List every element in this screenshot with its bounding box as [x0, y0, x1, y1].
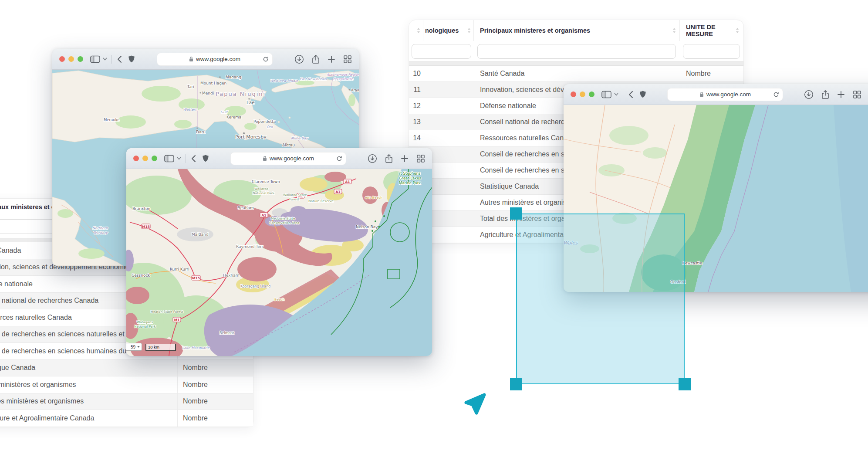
sort-icon[interactable] — [736, 27, 739, 34]
column-header-unit[interactable]: UNITE DE MESURE — [680, 20, 743, 41]
map-label-park: Conservation Area — [269, 221, 299, 225]
zoom-button[interactable] — [589, 91, 594, 97]
row-number-cell: 12 — [409, 102, 423, 110]
table-row[interactable]: Statistique Canada Nombre — [0, 360, 253, 377]
map-label-region: West New Britain — [270, 79, 298, 83]
map-label-park: Heaton State Forest — [151, 310, 183, 314]
map-label-region: Autonomous Region of — [327, 73, 359, 77]
map-label-park: Watagans — [137, 320, 153, 324]
map-label: Tari — [187, 85, 194, 89]
share-icon[interactable] — [821, 90, 829, 99]
privacy-shield-icon[interactable] — [202, 154, 209, 163]
reload-icon[interactable] — [263, 56, 269, 62]
sidebar-icon[interactable] — [601, 91, 611, 98]
map-label: Maitland — [192, 232, 209, 237]
address-bar[interactable]: www.google.com — [157, 53, 273, 66]
sidebar-icon[interactable] — [90, 55, 100, 63]
sidebar-icon[interactable] — [164, 155, 174, 163]
close-button[interactable] — [571, 91, 576, 97]
map-zoom-select[interactable]: 59 — [126, 343, 142, 351]
tab-overview-icon[interactable] — [853, 90, 861, 99]
tab-overview-icon[interactable] — [343, 55, 352, 64]
svg-text:M15: M15 — [192, 276, 200, 280]
zoom-button[interactable] — [78, 56, 83, 62]
share-icon[interactable] — [312, 54, 320, 64]
map-label-park: Wallaroo State — [283, 193, 307, 197]
zoom-button[interactable] — [152, 156, 157, 161]
map-label: Newcastle — [682, 261, 703, 265]
column-header-partial[interactable]: nologiques — [423, 20, 474, 41]
svg-text:M15: M15 — [142, 225, 150, 229]
back-button[interactable] — [191, 155, 196, 163]
address-bar[interactable]: www.google.com — [230, 152, 346, 165]
map-label: Alotau — [282, 143, 295, 147]
table-header-row: nologiques Principaux ministeres et orga… — [409, 20, 743, 41]
reload-icon[interactable] — [773, 91, 779, 98]
map-label-marine-park: Marine Park — [399, 181, 421, 185]
map-label: Mount Hagen — [200, 81, 226, 85]
sort-icon[interactable] — [467, 27, 471, 34]
sort-icon[interactable] — [417, 27, 420, 34]
tab-overview-icon[interactable] — [416, 154, 425, 163]
ministry-name-cell: Agriculture et Agroalimentaire Canada — [0, 410, 178, 427]
chevron-down-icon[interactable] — [177, 157, 181, 160]
downloads-icon[interactable] — [294, 54, 304, 64]
table-row[interactable]: 10 Santé Canada Nombre — [409, 66, 743, 82]
chevron-down-icon[interactable] — [614, 93, 618, 96]
close-button[interactable] — [59, 56, 65, 62]
row-number-cell: 14 — [409, 134, 423, 142]
table-divider-strip — [409, 61, 743, 66]
map-label: Kooragang Island — [240, 285, 270, 288]
map-label: Cessnock — [132, 273, 150, 278]
map-label: Branxton — [132, 207, 150, 211]
map-label-region: Territory — [93, 231, 108, 235]
share-icon[interactable] — [385, 154, 393, 163]
downloads-icon[interactable] — [804, 90, 814, 99]
selection-handle-bottom-left[interactable] — [510, 378, 522, 390]
sort-icon[interactable] — [672, 27, 676, 34]
unit-cell: Nombre — [178, 397, 253, 405]
map-newcastle-geology[interactable]: A1 A1 A1 A1 M15 M15 M1 Branxton Seaham C… — [126, 169, 432, 356]
map-label-region: Northern — [92, 226, 108, 230]
minimize-button[interactable] — [580, 91, 585, 97]
chevron-down-icon[interactable] — [103, 58, 107, 61]
map-label: Daru — [196, 130, 206, 134]
back-button[interactable] — [628, 91, 633, 98]
filter-input-partial[interactable] — [412, 44, 471, 59]
selection-rectangle[interactable] — [516, 213, 685, 384]
new-tab-icon[interactable] — [837, 91, 845, 98]
map-label-park: Medowie State — [271, 217, 295, 220]
map-label: Popondetta — [253, 119, 276, 124]
map-label-park: National Park — [134, 325, 156, 329]
map-label: Kerema — [226, 115, 241, 119]
minimize-button[interactable] — [142, 156, 148, 161]
minimize-button[interactable] — [68, 56, 74, 62]
selection-handle-bottom-right[interactable] — [679, 378, 691, 390]
table-row[interactable]: Autres ministères et organismes Nombre — [0, 376, 253, 393]
browser-window-geo-map[interactable]: www.google.com — [126, 148, 432, 356]
table-row[interactable]: Agriculture et Agroalimentaire Canada No… — [0, 410, 253, 427]
privacy-shield-icon[interactable] — [639, 90, 646, 98]
lock-icon — [699, 91, 704, 97]
selection-handle-top-left[interactable] — [510, 207, 522, 220]
table-row[interactable]: Total des ministères et organismes Nombr… — [0, 393, 253, 410]
map-label: Mendi — [202, 91, 214, 95]
close-button[interactable] — [133, 156, 139, 161]
column-header-ministries[interactable]: Principaux ministeres et organismes — [474, 20, 680, 41]
filter-input-ministries[interactable] — [477, 44, 676, 59]
column-header-rownum[interactable] — [409, 20, 423, 41]
new-tab-icon[interactable] — [401, 155, 409, 163]
back-button[interactable] — [117, 55, 122, 63]
filter-input-unit[interactable] — [683, 44, 740, 59]
address-bar[interactable]: www.google.com — [667, 88, 783, 101]
map-label-marine-park: Great Lakes — [399, 176, 421, 180]
downloads-icon[interactable] — [368, 154, 377, 163]
toolbar-divider — [623, 90, 623, 99]
map-label: Madang — [226, 75, 241, 79]
privacy-shield-icon[interactable] — [128, 55, 135, 63]
url-text: www.google.com — [270, 155, 314, 162]
map-label-park: Nature Reserve — [308, 199, 334, 203]
new-tab-icon[interactable] — [328, 55, 335, 63]
map-label: Raymond Terr — [236, 244, 263, 249]
reload-icon[interactable] — [336, 156, 342, 162]
